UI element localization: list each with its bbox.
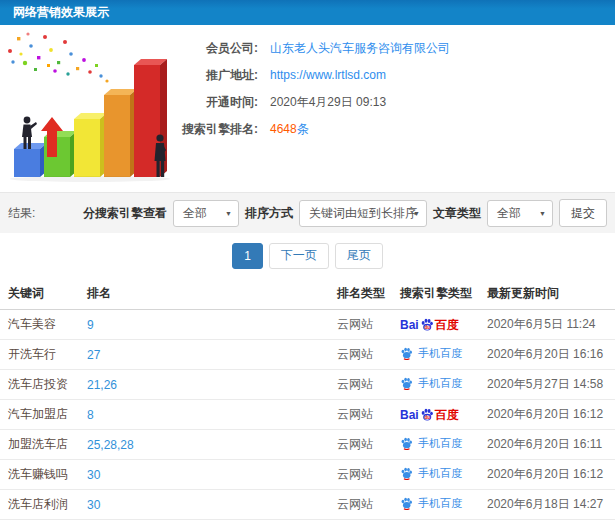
engine-cell: Baidu百度手机百度 xyxy=(400,460,487,490)
article-type-select[interactable]: 全部 ▼ xyxy=(487,200,553,227)
chevron-down-icon: ▼ xyxy=(539,210,546,217)
updated-time-cell: 2020年6月5日 11:24 xyxy=(487,310,615,340)
open-time-row: 开通时间: 2020年4月29日 09:13 xyxy=(178,89,450,115)
chevron-down-icon: ▼ xyxy=(225,210,232,217)
table-row: 汽车美容9云网站Baidu百度手机百度2020年6月5日 11:24 xyxy=(0,310,615,340)
member-company-row: 会员公司: 山东老人头汽车服务咨询有限公司 xyxy=(178,35,450,61)
mobile-baidu-paw-icon xyxy=(400,347,413,360)
rank-cell: 9 xyxy=(87,310,337,340)
rank-link[interactable]: 30 xyxy=(87,468,100,482)
col-header-keyword: 关键词 xyxy=(0,278,87,310)
svg-text:du: du xyxy=(424,325,430,330)
updated-time-cell: 2020年6月20日 16:11 xyxy=(487,430,615,460)
engine-filter-value: 全部 xyxy=(183,205,207,222)
page-title: 网络营销效果展示 xyxy=(13,4,109,21)
svg-text:du: du xyxy=(424,415,430,420)
rank-cell: 21,26 xyxy=(87,370,337,400)
keyword-cell: 汽车加盟店 xyxy=(0,400,87,430)
mobile-baidu-logo: 手机百度 xyxy=(400,437,462,450)
keyword-cell: 洗车店利润 xyxy=(0,490,87,520)
member-company-label: 会员公司: xyxy=(178,40,258,57)
bar-chart-illustration xyxy=(0,25,178,187)
app-header: 网络营销效果展示 xyxy=(0,0,615,25)
rank-type-cell: 云网站 xyxy=(337,370,400,400)
engine-cell: Baidu百度手机百度 xyxy=(400,310,487,340)
rank-link[interactable]: 8 xyxy=(87,408,94,422)
engine-cell: Baidu百度手机百度 xyxy=(400,400,487,430)
mobile-baidu-logo: 手机百度 xyxy=(400,347,462,360)
keyword-cell: 开洗车行 xyxy=(0,340,87,370)
mobile-baidu-logo: 手机百度 xyxy=(400,377,462,390)
rank-cell: 30 xyxy=(87,490,337,520)
engine-rank-count: 4648 xyxy=(270,122,297,136)
rank-link[interactable]: 30 xyxy=(87,498,100,512)
updated-time-cell: 2020年6月20日 16:16 xyxy=(487,340,615,370)
baidu-logo: Baidu百度 xyxy=(400,318,459,332)
engine-filter-label: 分搜索引擎查看 xyxy=(83,205,167,222)
keyword-cell: 洗车店投资 xyxy=(0,370,87,400)
table-row: 开洗车行27云网站Baidu百度手机百度2020年6月20日 16:16 xyxy=(0,340,615,370)
sort-mode-value: 关键词由短到长排序 xyxy=(309,205,417,222)
pagination: 1 下一页 尾页 xyxy=(0,233,615,278)
sort-mode-label: 排序方式 xyxy=(245,205,293,222)
engine-rank-label: 搜索引擎排名: xyxy=(178,121,258,138)
company-info-list: 会员公司: 山东老人头汽车服务咨询有限公司 推广地址: https://www.… xyxy=(178,25,450,192)
article-type-value: 全部 xyxy=(497,205,521,222)
engine-rank-row: 搜索引擎排名: 4648条 xyxy=(178,116,450,142)
promo-url-label: 推广地址: xyxy=(178,67,258,84)
next-page-button[interactable]: 下一页 xyxy=(269,243,329,269)
result-label: 结果: xyxy=(8,205,35,222)
keyword-cell: 洗车赚钱吗 xyxy=(0,460,87,490)
engine-rank-unit: 条 xyxy=(297,122,309,136)
rank-link[interactable]: 25,28,28 xyxy=(87,438,134,452)
rank-cell: 25,28,28 xyxy=(87,430,337,460)
filter-bar: 结果: 分搜索引擎查看 全部 ▼ 排序方式 关键词由短到长排序 ▼ 文章类型 全… xyxy=(0,192,615,233)
baidu-logo: Baidu百度 xyxy=(400,408,459,422)
mobile-baidu-paw-icon xyxy=(400,467,413,480)
rank-link[interactable]: 9 xyxy=(87,318,94,332)
rank-type-cell: 云网站 xyxy=(337,460,400,490)
company-info-section: 会员公司: 山东老人头汽车服务咨询有限公司 推广地址: https://www.… xyxy=(0,25,615,192)
last-page-button[interactable]: 尾页 xyxy=(335,243,383,269)
mobile-baidu-paw-icon xyxy=(400,437,413,450)
updated-time-cell: 2020年6月18日 14:27 xyxy=(487,490,615,520)
updated-time-cell: 2020年5月27日 14:58 xyxy=(487,370,615,400)
updated-time-cell: 2020年6月20日 16:12 xyxy=(487,400,615,430)
col-header-updated: 最新更新时间 xyxy=(487,278,615,310)
col-header-rank-type: 排名类型 xyxy=(337,278,400,310)
submit-button[interactable]: 提交 xyxy=(559,199,607,227)
engine-cell: Baidu百度手机百度 xyxy=(400,370,487,400)
mobile-baidu-logo: 手机百度 xyxy=(400,467,462,480)
promo-url-link[interactable]: https://www.lrtlsd.com xyxy=(270,68,386,82)
member-company-link[interactable]: 山东老人头汽车服务咨询有限公司 xyxy=(270,41,450,55)
updated-time-cell: 2020年6月20日 16:12 xyxy=(487,460,615,490)
ground-shadow xyxy=(10,176,170,182)
page-button-1[interactable]: 1 xyxy=(232,243,263,269)
mobile-baidu-paw-icon xyxy=(400,497,413,510)
mobile-baidu-logo: 手机百度 xyxy=(400,497,462,510)
table-header-row: 关键词 排名 排名类型 搜索引擎类型 最新更新时间 xyxy=(0,278,615,310)
engine-cell: Baidu百度手机百度 xyxy=(400,490,487,520)
rank-cell: 8 xyxy=(87,400,337,430)
col-header-rank: 排名 xyxy=(87,278,337,310)
open-time-label: 开通时间: xyxy=(178,94,258,111)
article-type-label: 文章类型 xyxy=(433,205,481,222)
rank-type-cell: 云网站 xyxy=(337,310,400,340)
bars xyxy=(14,59,167,177)
engine-filter-select[interactable]: 全部 ▼ xyxy=(173,200,239,227)
confetti-dots xyxy=(8,32,109,82)
table-row: 洗车店利润30云网站Baidu百度手机百度2020年6月18日 14:27 xyxy=(0,490,615,520)
table-row: 洗车赚钱吗30云网站Baidu百度手机百度2020年6月20日 16:12 xyxy=(0,460,615,490)
baidu-paw-icon: du xyxy=(420,408,434,422)
rank-link[interactable]: 21,26 xyxy=(87,378,117,392)
engine-cell: Baidu百度手机百度 xyxy=(400,340,487,370)
sort-mode-select[interactable]: 关键词由短到长排序 ▼ xyxy=(299,200,427,227)
promo-url-row: 推广地址: https://www.lrtlsd.com xyxy=(178,62,450,88)
rank-cell: 30 xyxy=(87,460,337,490)
chevron-down-icon: ▼ xyxy=(413,210,420,217)
open-time-value: 2020年4月29日 09:13 xyxy=(270,94,386,111)
table-row: 洗车店投资21,26云网站Baidu百度手机百度2020年5月27日 14:58 xyxy=(0,370,615,400)
rank-cell: 27 xyxy=(87,340,337,370)
col-header-engine-type: 搜索引擎类型 xyxy=(400,278,487,310)
rank-link[interactable]: 27 xyxy=(87,348,100,362)
